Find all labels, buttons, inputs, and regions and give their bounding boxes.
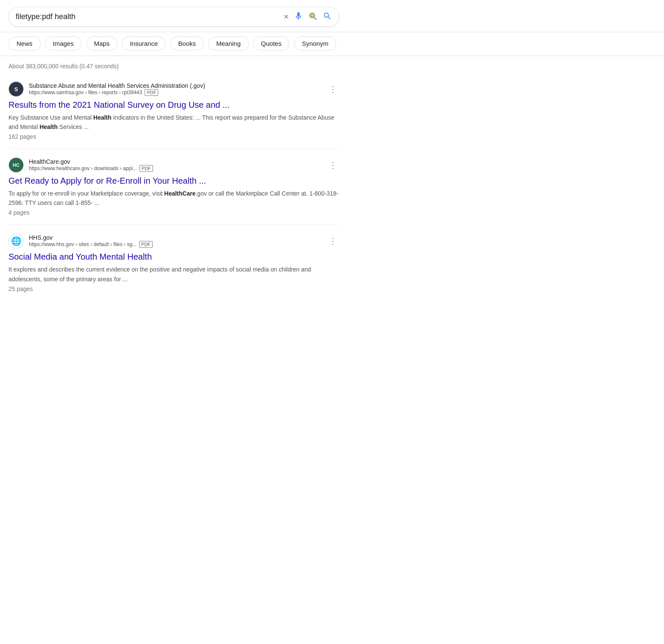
- result-snippet-samhsa: Key Substance Use and Mental Health Indi…: [8, 113, 339, 132]
- filter-tab-meaning[interactable]: Meaning: [208, 36, 249, 50]
- filter-tabs: NewsImagesMapsInsuranceBooksMeaningQuote…: [0, 32, 664, 56]
- site-info-samhsa: Substance Abuse and Mental Health Servic…: [29, 82, 327, 96]
- result-item-samhsa: S Substance Abuse and Mental Health Serv…: [8, 73, 339, 149]
- more-options-healthcare[interactable]: ⋮: [327, 160, 339, 170]
- search-bar: ×: [8, 7, 339, 27]
- site-url-text-healthcare: https://www.healthcare.gov › downloads ›…: [29, 165, 137, 171]
- site-url-text-samhsa: https://www.samhsa.gov › files › reports…: [29, 90, 142, 95]
- site-url-text-hhs: https://www.hhs.gov › sites › default › …: [29, 241, 137, 247]
- site-url-hhs: https://www.hhs.gov › sites › default › …: [29, 241, 327, 248]
- results-info: About 383,000,000 results (0.47 seconds): [0, 56, 664, 73]
- result-header-healthcare: HC HealthCare.gov https://www.healthcare…: [8, 157, 339, 173]
- pdf-badge-healthcare: PDF: [139, 165, 153, 172]
- lens-icon: [308, 11, 318, 22]
- image-search-button[interactable]: [308, 11, 318, 22]
- site-favicon-samhsa: S: [8, 81, 24, 97]
- voice-search-button[interactable]: [294, 11, 303, 22]
- site-url-healthcare: https://www.healthcare.gov › downloads ›…: [29, 165, 327, 172]
- result-header-hhs: 🌐 HHS.gov https://www.hhs.gov › sites › …: [8, 233, 339, 249]
- result-snippet-healthcare: To apply for or re-enroll in your Market…: [8, 189, 339, 207]
- result-snippet-hhs: It explores and describes the current ev…: [8, 265, 339, 283]
- search-input[interactable]: [16, 12, 284, 21]
- search-submit-button[interactable]: [323, 11, 332, 22]
- clear-button[interactable]: ×: [284, 12, 289, 22]
- result-title-hhs[interactable]: Social Media and Youth Mental Health: [8, 251, 339, 262]
- filter-tab-insurance[interactable]: Insurance: [122, 36, 166, 50]
- site-name-hhs: HHS.gov: [29, 234, 327, 241]
- filter-tab-images[interactable]: Images: [45, 36, 82, 50]
- result-pages-hhs: 25 pages: [8, 286, 339, 292]
- svg-line-2: [314, 17, 316, 19]
- result-pages-healthcare: 4 pages: [8, 209, 339, 216]
- site-info-hhs: HHS.gov https://www.hhs.gov › sites › de…: [29, 234, 327, 248]
- filter-tab-books[interactable]: Books: [170, 36, 204, 50]
- site-info-healthcare: HealthCare.gov https://www.healthcare.go…: [29, 158, 327, 172]
- more-options-hhs[interactable]: ⋮: [327, 236, 339, 246]
- results-container: S Substance Abuse and Mental Health Serv…: [0, 73, 664, 301]
- more-options-samhsa[interactable]: ⋮: [327, 84, 339, 94]
- filter-tab-quotes[interactable]: Quotes: [253, 36, 290, 50]
- site-name-healthcare: HealthCare.gov: [29, 158, 327, 165]
- mic-icon: [294, 11, 303, 22]
- close-icon: ×: [284, 12, 289, 22]
- result-item-healthcare: HC HealthCare.gov https://www.healthcare…: [8, 149, 339, 225]
- result-header-samhsa: S Substance Abuse and Mental Health Serv…: [8, 81, 339, 97]
- search-icon: [323, 11, 332, 22]
- search-bar-wrapper: ×: [0, 0, 664, 32]
- filter-tab-news[interactable]: News: [8, 36, 41, 50]
- filter-tab-maps[interactable]: Maps: [86, 36, 118, 50]
- site-name-samhsa: Substance Abuse and Mental Health Servic…: [29, 82, 327, 89]
- search-icons: ×: [284, 11, 332, 22]
- pdf-badge-samhsa: PDF: [145, 89, 158, 96]
- result-pages-samhsa: 162 pages: [8, 133, 339, 140]
- result-title-samhsa[interactable]: Results from the 2021 National Survey on…: [8, 99, 339, 110]
- result-title-healthcare[interactable]: Get Ready to Apply for or Re-Enroll in Y…: [8, 175, 339, 186]
- filter-tab-synonym[interactable]: Synonym: [294, 36, 337, 50]
- site-favicon-hhs: 🌐: [8, 233, 24, 249]
- site-favicon-healthcare: HC: [8, 157, 24, 173]
- pdf-badge-hhs: PDF: [139, 241, 153, 248]
- site-url-samhsa: https://www.samhsa.gov › files › reports…: [29, 89, 327, 96]
- result-item-hhs: 🌐 HHS.gov https://www.hhs.gov › sites › …: [8, 225, 339, 300]
